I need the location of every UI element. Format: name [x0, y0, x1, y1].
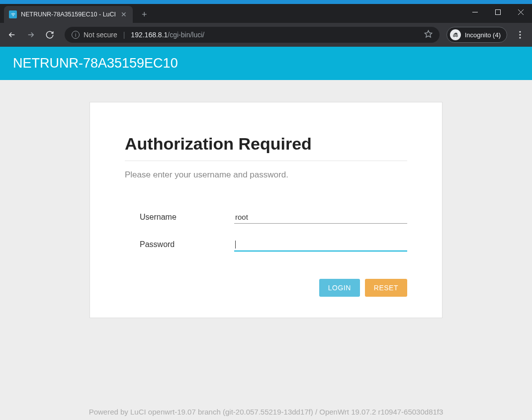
svg-point-8	[519, 31, 521, 32]
forward-button[interactable]	[23, 27, 39, 43]
new-tab-button[interactable]: +	[142, 9, 147, 20]
divider: |	[123, 31, 125, 39]
page-viewport: NETRUNR-78A35159EC10 Authorization Requi…	[0, 47, 532, 420]
window-accent-bar	[0, 0, 532, 4]
login-button[interactable]: LOGIN	[319, 279, 360, 297]
browser-tab[interactable]: NETRUNR-78A35159EC10 - LuCI ✕	[4, 6, 133, 23]
svg-point-10	[519, 37, 521, 38]
site-info-icon[interactable]: i	[72, 31, 80, 39]
login-card: Authorization Required Please enter your…	[89, 102, 443, 318]
text-cursor	[235, 241, 236, 249]
security-status: Not secure	[84, 31, 117, 39]
browser-toolbar: i Not secure | 192.168.8.1/cgi-bin/luci/…	[0, 23, 532, 47]
window-close-button[interactable]	[509, 4, 532, 20]
url-path: /cgi-bin/luci/	[168, 31, 204, 39]
tab-title: NETRUNR-78A35159EC10 - LuCI	[21, 11, 116, 18]
svg-point-0	[12, 15, 13, 16]
window-maximize-button[interactable]	[486, 4, 509, 20]
reload-button[interactable]	[42, 27, 58, 43]
bookmark-star-icon[interactable]	[424, 30, 433, 40]
card-title: Authorization Required	[125, 134, 407, 154]
password-input[interactable]	[234, 238, 407, 252]
incognito-label: Incognito (4)	[465, 31, 501, 39]
card-subtitle: Please enter your username and password.	[125, 170, 407, 180]
username-row: Username	[125, 211, 407, 224]
back-button[interactable]	[4, 27, 20, 43]
footer-text: Powered by LuCI openwrt-19.07 branch (gi…	[0, 408, 532, 416]
username-input[interactable]	[234, 211, 407, 224]
username-label: Username	[140, 213, 234, 222]
browser-menu-button[interactable]	[512, 27, 528, 43]
url-host: 192.168.8.1	[131, 31, 168, 39]
button-row: LOGIN RESET	[125, 279, 407, 297]
password-row: Password	[125, 238, 407, 252]
incognito-badge[interactable]: Incognito (4)	[446, 27, 507, 43]
svg-point-7	[456, 35, 458, 37]
favicon-icon	[9, 10, 17, 18]
svg-rect-2	[495, 9, 500, 14]
reset-button[interactable]: RESET	[365, 279, 407, 297]
page-title: NETRUNR-78A35159EC10	[13, 56, 178, 71]
window-minimize-button[interactable]	[463, 4, 486, 20]
window-controls	[463, 4, 532, 20]
svg-point-9	[519, 34, 521, 35]
password-label: Password	[140, 240, 234, 249]
svg-point-6	[453, 35, 455, 37]
address-bar[interactable]: i Not secure | 192.168.8.1/cgi-bin/luci/	[65, 27, 440, 43]
title-divider	[125, 161, 407, 161]
tab-close-icon[interactable]: ✕	[120, 10, 128, 18]
svg-marker-5	[425, 30, 432, 37]
browser-tab-bar: NETRUNR-78A35159EC10 - LuCI ✕ +	[0, 4, 532, 23]
incognito-icon	[450, 29, 461, 40]
page-header: NETRUNR-78A35159EC10	[0, 47, 532, 80]
